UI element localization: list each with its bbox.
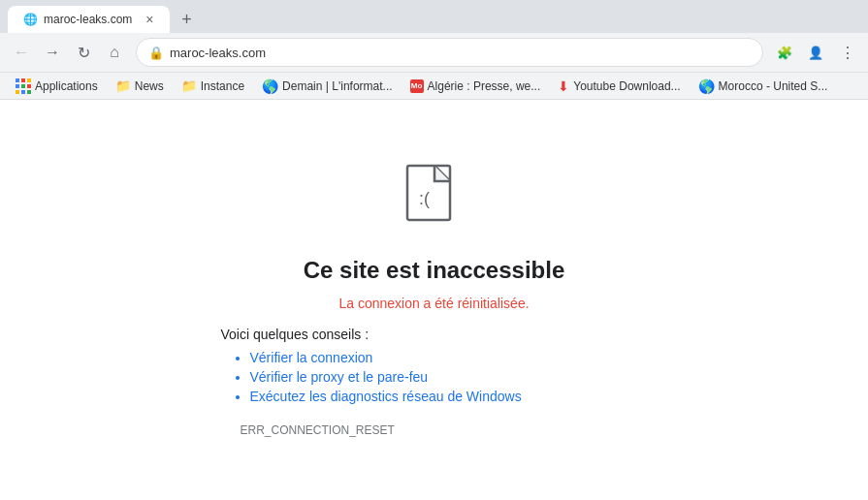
home-icon: ⌂	[110, 44, 119, 61]
bookmark-algerie-label: Algérie : Presse, we...	[428, 79, 541, 93]
forward-button[interactable]: →	[39, 39, 66, 66]
svg-text::(: :(	[419, 189, 430, 208]
globe-icon: 🌎	[262, 78, 278, 94]
bookmarks-bar: Applications 📁 News 📁 Instance 🌎 Demain …	[0, 72, 868, 99]
forward-icon: →	[45, 44, 60, 61]
menu-icon: ⋮	[840, 44, 854, 62]
address-text: maroc-leaks.com	[170, 46, 751, 60]
globe-icon: 🌎	[698, 78, 715, 94]
bookmark-youtube-label: Youtube Download...	[573, 79, 680, 93]
tip-2[interactable]: Vérifier le proxy et le pare-feu	[250, 369, 522, 385]
bookmark-demain[interactable]: 🌎 Demain | L'informat...	[254, 76, 400, 97]
profile-icon: 👤	[808, 46, 823, 60]
home-button[interactable]: ⌂	[101, 39, 128, 66]
error-document-icon: :(	[405, 164, 464, 234]
bookmark-instance[interactable]: 📁 Instance	[174, 76, 252, 97]
error-content: :( Ce site est inaccessible La connexion…	[19, 164, 849, 437]
back-icon: ←	[14, 44, 29, 61]
bookmark-youtube[interactable]: ⬇ Youtube Download...	[550, 76, 688, 97]
extensions-button[interactable]: 🧩	[771, 39, 798, 66]
error-subtitle: La connexion a été réinitialisée.	[338, 296, 529, 311]
new-tab-button[interactable]: +	[174, 6, 201, 33]
tab-close[interactable]: ×	[145, 12, 153, 27]
tab-favicon: 🌐	[23, 13, 38, 26]
error-code: ERR_CONNECTION_RESET	[241, 423, 395, 437]
tip-1[interactable]: Vérifier la connexion	[250, 350, 522, 365]
folder-icon: 📁	[115, 78, 131, 93]
puzzle-icon: 🧩	[777, 46, 792, 60]
page-content: :( Ce site est inaccessible La connexion…	[0, 100, 868, 500]
bookmark-algerie[interactable]: Mo Algérie : Presse, we...	[402, 76, 549, 97]
error-tips-title: Voici quelques conseils :	[221, 327, 370, 342]
mo-icon: Mo	[410, 79, 424, 93]
apps-grid-icon	[16, 78, 31, 94]
folder-icon: 📁	[181, 78, 197, 93]
bookmark-applications[interactable]: Applications	[8, 76, 106, 97]
error-tips-list: Vérifier la connexion Vérifier le proxy …	[231, 350, 522, 408]
download-icon: ⬇	[558, 78, 569, 94]
tab-title: maroc-leaks.com	[44, 13, 132, 26]
error-tips-container: Voici quelques conseils : Vérifier la co…	[221, 327, 648, 437]
nav-bar: ← → ↻ ⌂ 🔒 maroc-leaks.com 🧩 👤 ⋮	[0, 33, 868, 72]
bookmark-news[interactable]: 📁 News	[108, 76, 172, 97]
lock-icon: 🔒	[148, 46, 164, 60]
bookmark-instance-label: Instance	[201, 79, 244, 93]
reload-button[interactable]: ↻	[70, 39, 97, 66]
reload-icon: ↻	[78, 44, 90, 62]
menu-button[interactable]: ⋮	[833, 39, 860, 66]
bookmark-demain-label: Demain | L'informat...	[282, 79, 392, 93]
active-tab[interactable]: 🌐 maroc-leaks.com ×	[8, 6, 170, 33]
tip-3[interactable]: Exécutez les diagnostics réseau de Windo…	[250, 389, 522, 404]
tab-bar: 🌐 maroc-leaks.com × +	[0, 0, 868, 33]
profile-button[interactable]: 👤	[802, 39, 829, 66]
bookmark-morocco[interactable]: 🌎 Morocco - United S...	[691, 76, 836, 97]
bookmark-morocco-label: Morocco - United S...	[719, 79, 828, 93]
bookmark-news-label: News	[135, 79, 164, 93]
address-bar[interactable]: 🔒 maroc-leaks.com	[136, 38, 763, 67]
bookmark-applications-label: Applications	[35, 79, 98, 93]
back-button[interactable]: ←	[8, 39, 35, 66]
error-title: Ce site est inaccessible	[304, 257, 564, 284]
